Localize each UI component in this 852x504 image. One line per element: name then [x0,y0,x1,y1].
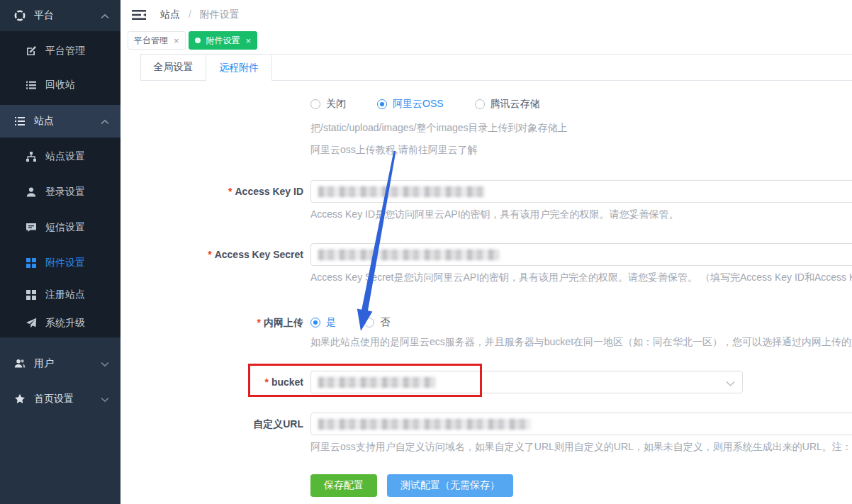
sidebar-section-label: 平台 [34,9,54,22]
sidebar-item-login-settings[interactable]: 登录设置 [0,174,120,210]
chevron-down-icon [101,393,109,405]
tag-label: 平台管理 [134,35,168,47]
sidebar-item-platform-manage[interactable]: 平台管理 [0,34,120,68]
sidebar: 平台 平台管理 回收站 站点 站点设置 [0,0,120,504]
custom-url-help: 阿里云oss支持用户自定义访问域名，如果自定义了URL则用自定义的URL，如果未… [310,441,852,454]
chevron-down-icon [726,378,735,389]
radio-label: 腾讯云存储 [491,98,540,111]
sidebar-item-label: 平台管理 [45,45,85,57]
breadcrumb-site[interactable]: 站点 [160,9,180,20]
open-tags-bar: 平台管理 × 附件设置 × [120,30,852,51]
required-marker: * [228,186,232,197]
aperture-icon [14,10,26,21]
sidebar-item-recycle-bin[interactable]: 回收站 [0,68,120,102]
radio-no[interactable]: 否 [364,316,390,329]
chevron-down-icon [101,358,109,369]
storage-type-radio-group: 关闭 阿里云OSS 腾讯云存储 [310,98,571,111]
save-config-button[interactable]: 保存配置 [310,474,377,497]
radio-label: 是 [326,316,336,329]
radio-aliyun-oss[interactable]: 阿里云OSS [377,98,444,111]
sidebar-item-sms-settings[interactable]: 短信设置 [0,210,120,245]
menu-fold-icon[interactable] [132,9,146,21]
chevron-up-icon [101,116,109,127]
sidebar-section-label: 站点 [34,115,54,128]
radio-circle-icon [377,99,387,109]
sidebar-item-label: 附件设置 [45,257,85,269]
active-dot-icon [195,38,201,43]
tab-label: 远程附件 [219,62,259,74]
sidebar-item-site-settings[interactable]: 站点设置 [0,139,120,174]
masked-value [318,250,499,260]
tag-platform-manage[interactable]: 平台管理 × [128,31,186,50]
intranet-upload-help: 如果此站点使用的是阿里云ecs服务器，并且服务器与bucket在同一地区（如：同… [310,336,852,349]
access-key-id-input[interactable] [310,180,852,203]
bucket-select[interactable] [310,371,743,393]
custom-url-label: 自定义URL [120,413,303,435]
tab-global-settings[interactable]: 全局设置 [140,55,206,81]
person-icon [26,186,37,198]
sidebar-item-label: 短信设置 [45,221,85,234]
radio-close[interactable]: 关闭 [310,98,346,111]
intranet-upload-label: *内网上传 [120,316,303,329]
sidebar-section-label: 首页设置 [34,393,74,405]
tab-label: 全局设置 [154,61,194,74]
masked-value [318,419,531,430]
users-icon [14,358,26,369]
remote-attachment-form: 关闭 阿里云OSS 腾讯云存储 把/static/upload/images/整… [120,81,852,497]
radio-circle-icon [364,318,374,327]
sidebar-item-label: 登录设置 [45,186,85,198]
sidebar-submenu-platform: 平台管理 回收站 [0,31,120,105]
oss-tutorial-tip: 阿里云oss上传教程,请前往阿里云了解 [310,144,852,157]
list-icon [26,79,37,91]
tab-bar-filler [272,55,852,81]
sidebar-item-label: 注册站点 [45,289,85,301]
sidebar-item-register-site[interactable]: 注册站点 [0,281,120,309]
grid-icon [26,257,37,269]
sidebar-section-platform[interactable]: 平台 [0,0,120,31]
access-key-secret-label: *Access Key Secret [120,243,303,266]
sidebar-item-label: 系统升级 [45,317,85,330]
sidebar-submenu-site: 站点设置 登录设置 短信设置 附件设置 注册站点 [0,138,120,337]
upload-path-tip: 把/static/upload/images/整个images目录上传到对象存储… [310,122,852,135]
radio-label: 否 [380,316,390,329]
masked-value [318,186,485,197]
sitemap-icon [26,151,37,162]
sidebar-bottom: 用户 首页设置 [0,346,120,417]
radio-circle-icon [310,318,320,327]
test-config-button[interactable]: 测试配置（无需保存） [387,474,513,497]
breadcrumb: 站点 / 附件设置 [160,9,240,21]
tag-attachment-settings[interactable]: 附件设置 × [189,31,258,50]
sidebar-section-site[interactable]: 站点 [0,105,120,138]
access-key-secret-help: Access Key Secret是您访问阿里云API的密钥，具有该用户完全的权… [310,271,852,284]
settings-tabs: 全局设置 远程附件 [140,54,852,81]
menu-list-icon [14,116,26,127]
breadcrumb-attachment-settings: 附件设置 [200,9,240,20]
required-marker: * [264,376,268,388]
breadcrumb-separator: / [189,9,191,20]
sidebar-section-homepage-settings[interactable]: 首页设置 [0,381,120,417]
tab-remote-attachment[interactable]: 远程附件 [206,55,272,81]
radio-label: 关闭 [326,98,346,111]
close-icon[interactable]: × [246,35,252,46]
radio-tencent-cloud[interactable]: 腾讯云存储 [475,98,540,111]
radio-yes[interactable]: 是 [310,316,336,329]
message-icon [26,222,37,233]
close-icon[interactable]: × [174,35,179,46]
bucket-label: *bucket [120,371,303,393]
paper-plane-icon [26,318,37,329]
tag-label: 附件设置 [206,35,240,47]
access-key-secret-input[interactable] [310,243,852,266]
star-icon [14,393,26,405]
radio-circle-icon [310,99,320,109]
edit-icon [26,45,37,57]
custom-url-input[interactable] [310,413,852,435]
top-header: 站点 / 附件设置 [120,0,852,30]
main-content: 站点 / 附件设置 平台管理 × 附件设置 × 全局设置 远程附件 关闭 阿里云… [120,0,852,504]
sidebar-item-system-upgrade[interactable]: 系统升级 [0,309,120,337]
radio-circle-icon [475,99,485,109]
sidebar-section-users[interactable]: 用户 [0,346,120,381]
masked-value [318,377,435,388]
sidebar-item-attachment-settings[interactable]: 附件设置 [0,245,120,281]
intranet-upload-radio-group: 是 否 [310,316,421,329]
chevron-up-icon [101,10,109,21]
